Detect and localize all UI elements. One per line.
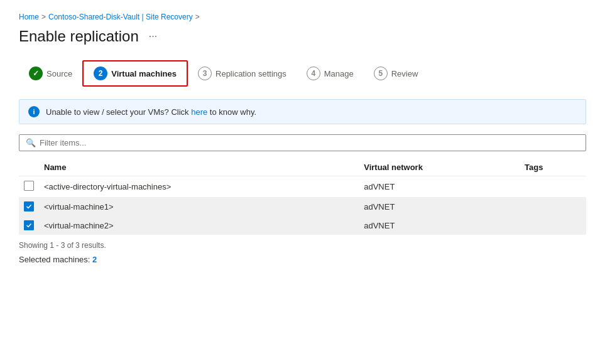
step-review[interactable]: 5 Review [364,62,428,85]
breadcrumb-sep2: > [195,13,200,21]
step-manage[interactable]: 4 Manage [297,62,364,85]
row-checkbox[interactable] [24,201,34,211]
step-review-label: Review [391,69,418,78]
filter-wrapper: 🔍 [19,134,586,151]
col-vnet: Virtual network [359,159,520,176]
step-vm-circle: 2 [94,67,107,80]
info-text: Unable to view / select your VMs? Click … [46,107,256,117]
page-title: Enable replication [19,28,139,45]
step-vm-label: Virtual machines [111,69,177,78]
step-rep-circle: 3 [198,67,212,80]
table-row[interactable]: <virtual-machine1>adVNET [19,197,586,216]
selected-machines-label: Selected machines: [19,255,92,264]
col-tags: Tags [520,159,586,176]
step-source[interactable]: ✓ Source [19,62,82,85]
breadcrumb-sep1: > [41,13,46,21]
row-checkbox[interactable] [24,220,34,230]
ellipsis-button[interactable]: ··· [145,29,161,43]
col-name: Name [39,159,359,176]
info-text-after: to know why. [207,107,256,117]
table-header-row: Name Virtual network Tags [19,159,586,176]
info-banner: i Unable to view / select your VMs? Clic… [19,99,586,124]
row-vm-tags [520,216,586,235]
info-link[interactable]: here [191,107,207,117]
results-text: Showing 1 - 3 of 3 results. [19,241,586,250]
row-vm-network: adVNET [359,197,520,216]
row-vm-tags [520,176,586,198]
step-manage-circle: 4 [307,67,320,80]
row-vm-name: <virtual-machine1> [39,197,359,216]
wizard-steps: ✓ Source 2 Virtual machines 3 Replicatio… [19,60,586,87]
row-vm-tags [520,197,586,216]
step-virtual-machines[interactable]: 2 Virtual machines [82,60,188,87]
step-review-circle: 5 [374,67,388,80]
row-vm-name: <active-directory-virtual-machines> [39,176,359,198]
table-row[interactable]: <active-directory-virtual-machines>adVNE… [19,176,586,198]
row-vm-network: adVNET [359,176,520,198]
step-manage-label: Manage [324,69,354,78]
row-vm-name: <virtual-machine2> [39,216,359,235]
page-title-row: Enable replication ··· [19,28,586,45]
filter-input[interactable] [40,138,579,147]
breadcrumb: Home > Contoso-Shared-Disk-Vault | Site … [19,13,586,21]
table-row[interactable]: <virtual-machine2>adVNET [19,216,586,235]
step-replication-settings[interactable]: 3 Replication settings [188,62,297,85]
col-checkbox [19,159,39,176]
vm-table: Name Virtual network Tags <active-direct… [19,159,586,235]
step-source-label: Source [46,69,72,78]
info-text-before: Unable to view / select your VMs? Click [46,107,191,117]
breadcrumb-vault[interactable]: Contoso-Shared-Disk-Vault | Site Recover… [48,13,193,21]
selected-machines-count: 2 [92,255,97,264]
breadcrumb-home[interactable]: Home [19,13,39,21]
info-icon: i [28,106,40,117]
row-vm-network: adVNET [359,216,520,235]
row-checkbox[interactable] [24,181,34,191]
search-icon: 🔍 [26,138,36,147]
step-rep-label: Replication settings [215,69,286,78]
step-source-circle: ✓ [29,67,43,80]
selected-machines-row: Selected machines: 2 [19,255,586,264]
filter-row: 🔍 [19,134,586,151]
